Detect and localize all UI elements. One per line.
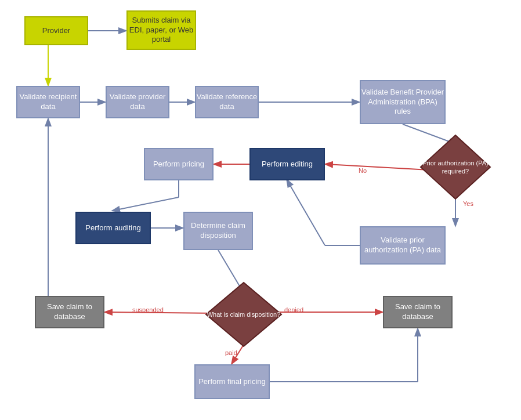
validate-bpa-node: Validate Benefit Provider Administration…: [360, 80, 446, 124]
svg-line-6: [326, 164, 429, 170]
validate-reference-node: Validate reference data: [195, 86, 259, 118]
yes-label: Yes: [463, 200, 473, 207]
validate-recipient-node: Validate recipient data: [16, 86, 80, 118]
submits-claim-node: Submits claim via EDI, paper, or Web por…: [126, 10, 196, 50]
save-claim-right-node: Save claim to database: [383, 296, 453, 328]
determine-claim-node: Determine claim disposition: [183, 212, 253, 250]
save-claim-left-node: Save claim to database: [35, 296, 104, 328]
perform-editing-node: Perform editing: [249, 148, 325, 180]
perform-pricing-node: Perform pricing: [144, 148, 214, 180]
claim-disposition-diamond: What is claim disposition?: [203, 280, 284, 349]
denied-label: denied: [284, 306, 303, 313]
provider-node: Provider: [24, 16, 88, 45]
prior-auth-diamond: Prior authorization (PA) required?: [418, 132, 493, 202]
validate-provider-node: Validate provider data: [106, 86, 169, 118]
no-label: No: [359, 167, 367, 174]
perform-final-pricing-node: Perform final pricing: [194, 364, 270, 399]
suspended-label: suspended: [132, 306, 164, 313]
svg-line-10: [113, 197, 179, 211]
validate-pa-node: Validate prior authorization (PA) data: [360, 226, 446, 265]
svg-line-13: [287, 180, 325, 245]
perform-auditing-node: Perform auditing: [75, 212, 151, 244]
paid-label: paid: [225, 349, 237, 356]
